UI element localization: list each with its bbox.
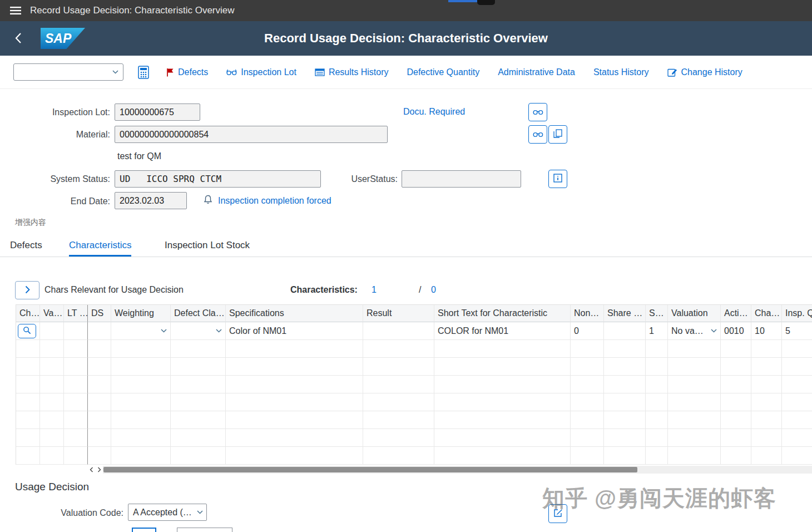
cell-s[interactable]: 1 bbox=[646, 322, 668, 340]
results-history-link[interactable]: Results History bbox=[315, 67, 389, 77]
material-description: test for QM bbox=[117, 151, 161, 161]
column-header-va[interactable]: Va… bbox=[40, 305, 64, 322]
action-toolbar: Defects Inspection Lot Results History D… bbox=[0, 56, 812, 89]
cell-short-text[interactable]: COLOR for NM01 bbox=[434, 322, 571, 340]
menu-icon[interactable] bbox=[10, 7, 21, 14]
column-header-insp-q[interactable]: Insp. Q… bbox=[782, 305, 812, 322]
back-button[interactable] bbox=[14, 32, 22, 44]
tab-defects[interactable]: Defects bbox=[10, 240, 42, 257]
table-empty-row bbox=[16, 411, 812, 429]
status-info-button[interactable] bbox=[548, 170, 567, 188]
tab-characteristics[interactable]: Characteristics bbox=[69, 240, 131, 257]
material-label: Material: bbox=[0, 130, 110, 140]
cell-result[interactable] bbox=[363, 322, 434, 340]
cell-lt[interactable] bbox=[64, 322, 88, 340]
scroll-left-icon[interactable] bbox=[87, 467, 95, 472]
column-header-action[interactable]: Acti… bbox=[721, 305, 751, 322]
table-row[interactable]: Color of NM01 COLOR for NM01 0 1 No va… … bbox=[16, 322, 812, 340]
horizontal-scrollbar[interactable] bbox=[87, 466, 812, 474]
browser-tab-fragment bbox=[448, 0, 477, 2]
tab-inspection-lot-stock[interactable]: Inspection Lot Stock bbox=[165, 240, 250, 257]
calculator-button[interactable] bbox=[138, 66, 149, 79]
defects-link[interactable]: Defects bbox=[166, 67, 208, 77]
column-header-ch[interactable]: Ch… bbox=[16, 305, 40, 322]
administrative-data-link[interactable]: Administrative Data bbox=[498, 67, 575, 77]
count-divider: / bbox=[419, 285, 421, 295]
cell-non-conf[interactable]: 0 bbox=[571, 322, 604, 340]
history-list-icon bbox=[315, 68, 325, 76]
column-header-s[interactable]: S… bbox=[646, 305, 668, 322]
layout-combobox-input[interactable] bbox=[14, 64, 107, 80]
inspect-characteristic-button[interactable] bbox=[18, 324, 36, 338]
table-empty-row bbox=[16, 340, 812, 358]
cell-weighting[interactable] bbox=[111, 322, 171, 340]
column-header-non[interactable]: Non… bbox=[571, 305, 604, 322]
display-material-button[interactable] bbox=[528, 125, 547, 144]
table-header-row: Ch… Va… LT … DS Weighting Defect Cla… Sp… bbox=[16, 305, 812, 322]
layout-combobox[interactable] bbox=[13, 63, 123, 81]
column-header-defect-class[interactable]: Defect Cla… bbox=[171, 305, 226, 322]
column-header-specifications[interactable]: Specifications bbox=[226, 305, 363, 322]
inspection-lot-link[interactable]: Inspection Lot bbox=[226, 67, 296, 77]
status-history-link[interactable]: Status History bbox=[593, 67, 649, 77]
scrollbar-track[interactable] bbox=[103, 466, 812, 474]
ud-code-field-partial[interactable] bbox=[132, 528, 156, 532]
column-header-ds[interactable]: DS bbox=[88, 305, 111, 322]
usage-decision-title: Usage Decision bbox=[15, 481, 89, 493]
chevron-down-icon[interactable] bbox=[216, 329, 222, 333]
ud-code-text-field-partial[interactable] bbox=[177, 528, 232, 532]
column-header-short-text[interactable]: Short Text for Characteristic bbox=[434, 305, 571, 322]
table-empty-row bbox=[16, 393, 812, 411]
display-inspection-lot-button[interactable] bbox=[528, 103, 547, 121]
column-header-valuation[interactable]: Valuation bbox=[668, 305, 721, 322]
column-header-share[interactable]: Share … bbox=[604, 305, 646, 322]
docu-required-link[interactable]: Docu. Required bbox=[403, 107, 465, 117]
cell-insp-q[interactable]: 5 bbox=[782, 322, 812, 340]
copy-material-button[interactable] bbox=[548, 125, 567, 144]
column-header-lt[interactable]: LT … bbox=[64, 305, 88, 322]
glasses-icon bbox=[226, 68, 237, 76]
cell-cha[interactable]: 10 bbox=[751, 322, 782, 340]
cell-specifications[interactable]: Color of NM01 bbox=[226, 322, 363, 340]
cell-action[interactable]: 0010 bbox=[721, 322, 751, 340]
inspection-completion-link[interactable]: Inspection completion forced bbox=[218, 196, 331, 206]
change-history-icon bbox=[667, 68, 677, 77]
change-history-link[interactable]: Change History bbox=[667, 67, 742, 77]
chevron-down-icon[interactable] bbox=[711, 329, 717, 333]
cell-defect-class[interactable] bbox=[171, 322, 226, 340]
application-window: Record Usage Decision: Characteristic Ov… bbox=[0, 0, 812, 532]
page-title: Record Usage Decision: Characteristic Ov… bbox=[0, 21, 812, 56]
characteristics-count-label: Characteristics: bbox=[290, 285, 358, 295]
column-header-weighting[interactable]: Weighting bbox=[111, 305, 171, 322]
system-status-field[interactable]: UD ICCO SPRQ CTCM bbox=[115, 170, 321, 188]
cell-va[interactable] bbox=[40, 322, 64, 340]
scroll-right-icon[interactable] bbox=[95, 467, 103, 472]
glasses-icon bbox=[533, 108, 543, 117]
defective-quantity-link[interactable]: Defective Quantity bbox=[407, 67, 479, 77]
chevron-down-icon[interactable] bbox=[107, 70, 123, 74]
copy-icon bbox=[553, 129, 562, 140]
cell-ds[interactable] bbox=[88, 322, 111, 340]
chevron-down-icon[interactable] bbox=[197, 510, 203, 514]
magnifier-icon bbox=[23, 326, 31, 336]
shellbar: SAP Record Usage Decision: Characteristi… bbox=[0, 21, 812, 56]
characteristics-total-value[interactable]: 0 bbox=[431, 285, 436, 295]
end-date-field[interactable]: 2023.02.03 bbox=[115, 192, 187, 209]
column-header-result[interactable]: Result bbox=[363, 305, 434, 322]
valuation-code-select[interactable]: A Accepted (… bbox=[128, 504, 207, 521]
column-header-cha[interactable]: Cha… bbox=[751, 305, 782, 322]
cell-share[interactable] bbox=[604, 322, 646, 340]
characteristics-count-value[interactable]: 1 bbox=[372, 285, 377, 295]
edit-usage-decision-button[interactable] bbox=[548, 504, 567, 523]
user-status-field[interactable] bbox=[402, 170, 521, 188]
system-status-label: System Status: bbox=[0, 174, 110, 184]
inspection-lot-field[interactable]: 10000000675 bbox=[115, 104, 200, 121]
scrollbar-thumb[interactable] bbox=[103, 467, 637, 472]
window-titlebar: Record Usage Decision: Characteristic Ov… bbox=[0, 0, 812, 21]
expand-chars-button[interactable] bbox=[15, 281, 39, 299]
end-date-label: End Date: bbox=[0, 196, 110, 206]
chevron-down-icon[interactable] bbox=[161, 329, 167, 333]
material-field[interactable]: 000000000000000854 bbox=[115, 126, 388, 143]
window-title: Record Usage Decision: Characteristic Ov… bbox=[30, 5, 235, 16]
cell-valuation[interactable]: No va… bbox=[668, 322, 721, 340]
